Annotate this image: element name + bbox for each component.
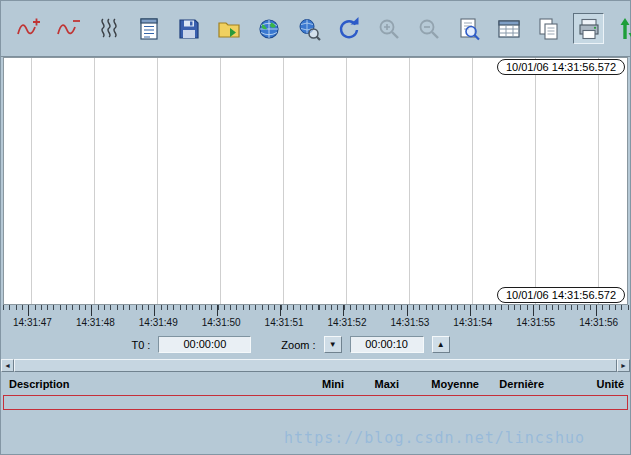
zoom-field[interactable]: 00:00:10 — [350, 336, 424, 353]
zoom-out-button[interactable] — [413, 13, 444, 44]
tick-label: 14:31:56 — [567, 317, 630, 332]
fit-vertical-icon — [617, 17, 631, 41]
tick-label: 14:31:51 — [253, 317, 316, 332]
refresh-icon — [337, 17, 361, 41]
add-curve-icon — [17, 17, 41, 41]
scroll-left-button[interactable]: ◄ — [1, 359, 14, 372]
zoom-decrease-button[interactable]: ▼ — [324, 336, 342, 353]
refresh-button[interactable] — [333, 13, 364, 44]
report-table-button[interactable] — [493, 13, 524, 44]
tick-label: 14:31:54 — [441, 317, 504, 332]
zoom-out-icon — [417, 17, 441, 41]
scroll-right-button[interactable]: ► — [617, 359, 630, 372]
watermark: https://blog.csdn.net/lincshuo — [284, 429, 585, 447]
network-globe-icon — [257, 17, 281, 41]
scrollbar-thumb[interactable] — [14, 359, 617, 372]
tick-label: 14:31:47 — [1, 317, 64, 332]
save-button[interactable] — [173, 13, 204, 44]
globe-search-icon — [297, 17, 321, 41]
copy-icon — [537, 17, 561, 41]
axis-tick-marks — [1, 305, 630, 317]
zoom-in-icon — [377, 17, 401, 41]
tick-label: 14:31:50 — [190, 317, 253, 332]
footer-area: https://blog.csdn.net/lincshuo — [1, 410, 630, 454]
tick-label: 14:31:52 — [316, 317, 379, 332]
t0-label: T0 : — [131, 339, 150, 351]
add-curve-button[interactable] — [13, 13, 44, 44]
triangle-up-icon: ▲ — [437, 340, 445, 349]
time-axis: 14:31:47 14:31:48 14:31:49 14:31:50 14:3… — [1, 305, 630, 332]
zoom-in-button[interactable] — [373, 13, 404, 44]
axis-labels: 14:31:47 14:31:48 14:31:49 14:31:50 14:3… — [1, 317, 630, 332]
trend-viewer-window: 10/01/06 14:31:56.572 10/01/06 14:31:56.… — [0, 0, 631, 455]
cursor-timestamp-bottom: 10/01/06 14:31:56.572 — [497, 287, 625, 303]
table-header: Description Mini Maxi Moyenne Dernière U… — [1, 374, 630, 394]
curves-icon — [97, 17, 121, 41]
preview-icon — [457, 17, 481, 41]
print-button[interactable] — [573, 13, 604, 44]
tick-label: 14:31:49 — [127, 317, 190, 332]
globe-search-button[interactable] — [293, 13, 324, 44]
column-header-mini[interactable]: Mini — [289, 378, 344, 390]
horizontal-scrollbar[interactable]: ◄ ► — [1, 359, 630, 372]
zoom-increase-button[interactable]: ▲ — [432, 336, 450, 353]
zoom-label: Zoom : — [281, 339, 315, 351]
save-icon — [177, 17, 201, 41]
column-header-moyenne[interactable]: Moyenne — [399, 378, 479, 390]
column-header-derniere[interactable]: Dernière — [479, 378, 544, 390]
curve-list-icon — [137, 17, 161, 41]
tick-label: 14:31:55 — [504, 317, 567, 332]
scrollbar-track[interactable] — [14, 359, 617, 372]
open-folder-icon — [217, 17, 241, 41]
chart-area[interactable]: 10/01/06 14:31:56.572 10/01/06 14:31:56.… — [3, 57, 628, 305]
arrow-left-icon: ◄ — [4, 362, 11, 369]
copy-button[interactable] — [533, 13, 564, 44]
tick-label: 14:31:48 — [64, 317, 127, 332]
curves-button[interactable] — [93, 13, 124, 44]
t0-field[interactable]: 00:00:00 — [158, 336, 251, 353]
time-controls: T0 : 00:00:00 Zoom : ▼ 00:00:10 ▲ — [1, 332, 630, 357]
column-header-unite[interactable]: Unité — [544, 378, 624, 390]
remove-curve-button[interactable] — [53, 13, 84, 44]
curve-list-button[interactable] — [133, 13, 164, 44]
cursor-timestamp-top: 10/01/06 14:31:56.572 — [497, 59, 625, 75]
toolbar — [1, 1, 630, 57]
column-header-description[interactable]: Description — [9, 378, 289, 390]
triangle-down-icon: ▼ — [329, 340, 337, 349]
network-globe-button[interactable] — [253, 13, 284, 44]
remove-curve-icon — [57, 17, 81, 41]
tick-label: 14:31:53 — [378, 317, 441, 332]
report-table-icon — [497, 17, 521, 41]
column-header-maxi[interactable]: Maxi — [344, 378, 399, 390]
fit-vertical-button[interactable] — [613, 13, 631, 44]
curve-list-empty-row[interactable] — [3, 395, 628, 410]
preview-button[interactable] — [453, 13, 484, 44]
arrow-right-icon: ► — [620, 362, 627, 369]
print-icon — [577, 17, 601, 41]
open-folder-button[interactable] — [213, 13, 244, 44]
